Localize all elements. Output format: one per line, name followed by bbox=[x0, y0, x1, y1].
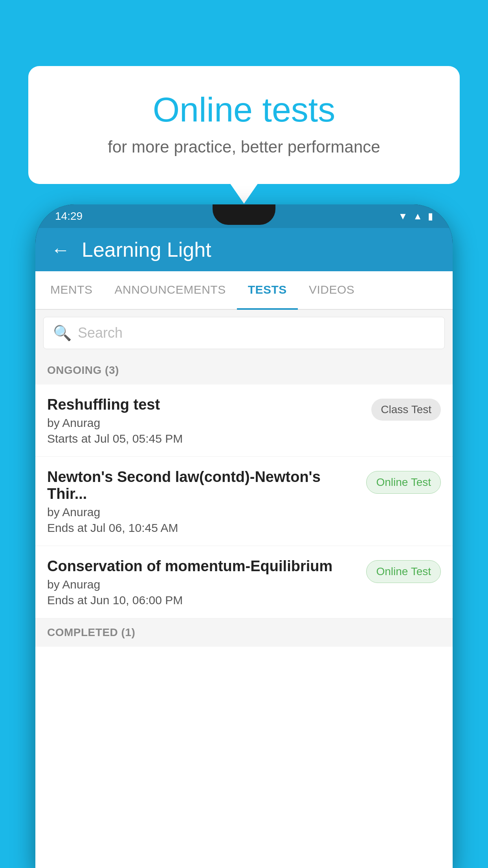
tab-tests[interactable]: TESTS bbox=[237, 271, 298, 310]
search-placeholder: Search bbox=[78, 325, 123, 341]
test-item-3-time-label: Ends at bbox=[47, 594, 87, 607]
completed-section-header: COMPLETED (1) bbox=[35, 618, 453, 647]
test-item-2[interactable]: Newton's Second law(contd)-Newton's Thir… bbox=[35, 457, 453, 546]
search-container: 🔍 Search bbox=[35, 310, 453, 356]
status-icons: ▼ ▲ ▮ bbox=[398, 211, 433, 222]
tab-announcements[interactable]: ANNOUNCEMENTS bbox=[104, 271, 237, 310]
bubble-subtitle: for more practice, better performance bbox=[60, 138, 428, 156]
test-item-1[interactable]: Reshuffling test by Anurag Starts at Jul… bbox=[35, 384, 453, 457]
search-bar[interactable]: 🔍 Search bbox=[43, 317, 445, 349]
signal-icon: ▲ bbox=[413, 211, 422, 222]
test-item-1-author: by Anurag bbox=[47, 416, 363, 430]
phone-frame: 14:29 ▼ ▲ ▮ ← Learning Light MENTS ANNOU… bbox=[35, 204, 453, 868]
tabs-container: MENTS ANNOUNCEMENTS TESTS VIDEOS bbox=[35, 271, 453, 310]
speech-bubble: Online tests for more practice, better p… bbox=[28, 66, 460, 184]
test-item-3-badge: Online Test bbox=[366, 560, 441, 583]
tab-ments[interactable]: MENTS bbox=[39, 271, 104, 310]
phone-content: MENTS ANNOUNCEMENTS TESTS VIDEOS 🔍 Searc… bbox=[35, 271, 453, 868]
test-item-2-author: by Anurag bbox=[47, 506, 358, 519]
phone-notch bbox=[213, 204, 275, 225]
test-item-3-time-value: Jun 10, 06:00 PM bbox=[90, 594, 183, 607]
ongoing-section-header: ONGOING (3) bbox=[35, 356, 453, 384]
test-item-2-time-label: Ends at bbox=[47, 521, 87, 534]
test-item-2-time-value: Jul 06, 10:45 AM bbox=[90, 521, 178, 534]
test-item-3[interactable]: Conservation of momentum-Equilibrium by … bbox=[35, 546, 453, 618]
wifi-icon: ▼ bbox=[398, 211, 407, 222]
battery-icon: ▮ bbox=[428, 211, 433, 222]
bubble-title: Online tests bbox=[60, 90, 428, 130]
test-item-3-author: by Anurag bbox=[47, 578, 358, 591]
test-item-3-title: Conservation of momentum-Equilibrium bbox=[47, 558, 358, 575]
status-time: 14:29 bbox=[55, 210, 83, 223]
test-item-2-left: Newton's Second law(contd)-Newton's Thir… bbox=[47, 469, 358, 535]
search-icon: 🔍 bbox=[53, 324, 72, 342]
test-item-1-title: Reshuffling test bbox=[47, 396, 363, 413]
test-item-2-time: Ends at Jul 06, 10:45 AM bbox=[47, 521, 358, 535]
test-item-1-time-label: Starts at bbox=[47, 432, 91, 445]
test-item-1-time: Starts at Jul 05, 05:45 PM bbox=[47, 432, 363, 445]
back-button[interactable]: ← bbox=[51, 239, 70, 261]
test-item-1-time-value: Jul 05, 05:45 PM bbox=[94, 432, 183, 445]
tab-videos[interactable]: VIDEOS bbox=[298, 271, 365, 310]
test-item-3-left: Conservation of momentum-Equilibrium by … bbox=[47, 558, 358, 607]
test-item-1-left: Reshuffling test by Anurag Starts at Jul… bbox=[47, 396, 363, 445]
app-bar: ← Learning Light bbox=[35, 228, 453, 271]
test-item-2-title: Newton's Second law(contd)-Newton's Thir… bbox=[47, 469, 358, 502]
test-item-1-badge: Class Test bbox=[371, 399, 441, 421]
test-item-3-time: Ends at Jun 10, 06:00 PM bbox=[47, 594, 358, 607]
app-bar-title: Learning Light bbox=[82, 238, 211, 261]
status-bar: 14:29 ▼ ▲ ▮ bbox=[35, 204, 453, 228]
test-item-2-badge: Online Test bbox=[366, 471, 441, 494]
